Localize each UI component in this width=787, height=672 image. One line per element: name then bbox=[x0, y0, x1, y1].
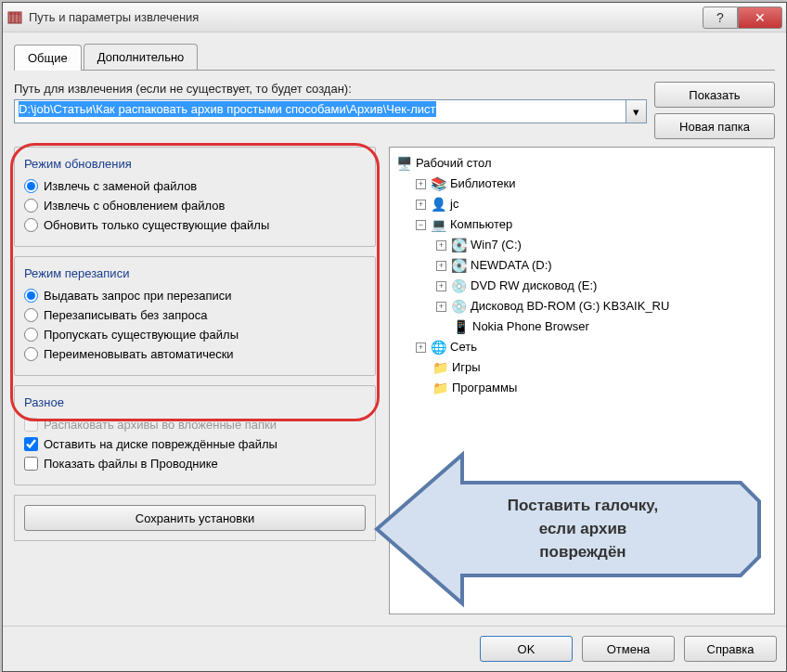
phone-icon: 📱 bbox=[452, 319, 469, 334]
tree-dvdrw[interactable]: +💿DVD RW дисковод (E:) bbox=[395, 276, 768, 296]
update-opt2[interactable]: Извлечь с обновлением файлов bbox=[24, 196, 366, 215]
misc-legend: Разное bbox=[24, 395, 366, 409]
overwrite-mode-legend: Режим перезаписи bbox=[24, 266, 366, 280]
expand-icon[interactable]: + bbox=[416, 179, 426, 189]
tree-bdrom[interactable]: +💿Дисковод BD-ROM (G:) KB3AIK_RU bbox=[395, 296, 768, 317]
folder-icon: 📁 bbox=[432, 360, 448, 375]
overwrite-mode-group: Режим перезаписи Выдавать запрос при пер… bbox=[14, 256, 376, 376]
tree-programs[interactable]: 📁Программы bbox=[395, 378, 768, 398]
content-area: Общие Дополнительно Путь для извлечения … bbox=[3, 32, 786, 626]
tree-newdata[interactable]: +💽NEWDATA (D:) bbox=[395, 255, 768, 276]
tree-network[interactable]: +🌐Сеть bbox=[395, 337, 768, 357]
tree-desktop[interactable]: 🖥️Рабочий стол bbox=[395, 153, 768, 174]
misc-opt2[interactable]: Оставить на диске повреждённые файлы bbox=[24, 434, 366, 454]
computer-icon: 💻 bbox=[430, 217, 446, 232]
save-settings-button[interactable]: Сохранить установки bbox=[24, 505, 366, 531]
update-opt3[interactable]: Обновить только существующие файлы bbox=[24, 215, 366, 235]
misc-group: Разное Распаковать архивы во вложенные п… bbox=[14, 385, 376, 485]
expand-icon[interactable]: + bbox=[416, 342, 426, 353]
drive-icon: 💽 bbox=[450, 258, 467, 273]
help-button[interactable]: Справка bbox=[684, 636, 777, 662]
tree-games[interactable]: 📁Игры bbox=[395, 357, 768, 378]
path-label: Путь для извлечения (если не существует,… bbox=[14, 82, 647, 96]
help-icon[interactable]: ? bbox=[703, 6, 738, 29]
close-icon[interactable]: ✕ bbox=[738, 6, 782, 29]
dialog-footer: OK Отмена Справка bbox=[3, 626, 786, 671]
expand-icon[interactable]: + bbox=[416, 200, 426, 210]
user-icon: 👤 bbox=[430, 197, 446, 212]
tab-general[interactable]: Общие bbox=[14, 45, 82, 71]
collapse-icon[interactable]: − bbox=[416, 220, 426, 230]
expand-icon[interactable]: + bbox=[436, 302, 446, 312]
cancel-button[interactable]: Отмена bbox=[582, 636, 675, 662]
left-column: Режим обновления Извлечь с заменой файло… bbox=[14, 147, 376, 614]
tree-nokia[interactable]: 📱Nokia Phone Browser bbox=[395, 317, 768, 337]
save-settings-wrap: Сохранить установки bbox=[14, 495, 376, 541]
disc-icon: 💿 bbox=[450, 278, 467, 293]
overwrite-opt1[interactable]: Выдавать запрос при перезаписи bbox=[24, 286, 366, 305]
dialog-window: Путь и параметры извлечения ? ✕ Общие До… bbox=[2, 2, 787, 672]
misc-opt3[interactable]: Показать файлы в Проводнике bbox=[24, 454, 366, 473]
overwrite-opt2[interactable]: Перезаписывать без запроса bbox=[24, 305, 366, 325]
network-icon: 🌐 bbox=[430, 340, 446, 355]
titlebar: Путь и параметры извлечения ? ✕ bbox=[3, 3, 786, 32]
app-icon bbox=[6, 9, 23, 26]
path-input[interactable]: D:\job\Статьи\Как распаковать архив прос… bbox=[14, 99, 626, 123]
tree-jc[interactable]: +👤jc bbox=[395, 194, 768, 214]
misc-opt1: Распаковать архивы во вложенные папки bbox=[24, 415, 366, 434]
folder-tree[interactable]: 🖥️Рабочий стол +📚Библиотеки +👤jc −💻Компь… bbox=[389, 147, 775, 614]
expand-icon[interactable]: + bbox=[436, 240, 446, 251]
tree-computer[interactable]: −💻Компьютер bbox=[395, 214, 768, 235]
folder-icon: 📁 bbox=[432, 381, 448, 395]
show-button[interactable]: Показать bbox=[654, 82, 775, 108]
overwrite-opt4[interactable]: Переименовывать автоматически bbox=[24, 344, 366, 364]
drive-icon: 💽 bbox=[450, 238, 467, 252]
desktop-icon: 🖥️ bbox=[395, 156, 412, 171]
tree-libraries[interactable]: +📚Библиотеки bbox=[395, 174, 768, 194]
path-dropdown-button[interactable]: ▾ bbox=[626, 99, 647, 123]
update-mode-group: Режим обновления Извлечь с заменой файло… bbox=[14, 147, 376, 247]
new-folder-button[interactable]: Новая папка bbox=[654, 113, 775, 139]
overwrite-opt3[interactable]: Пропускать существующие файлы bbox=[24, 325, 366, 344]
window-title: Путь и параметры извлечения bbox=[29, 10, 703, 24]
disc-icon: 💿 bbox=[450, 299, 467, 314]
library-icon: 📚 bbox=[430, 176, 446, 191]
tab-advanced[interactable]: Дополнительно bbox=[84, 44, 199, 70]
update-mode-legend: Режим обновления bbox=[24, 157, 366, 171]
tabs: Общие Дополнительно bbox=[14, 44, 775, 71]
expand-icon[interactable]: + bbox=[436, 261, 446, 271]
tree-win7[interactable]: +💽Win7 (C:) bbox=[395, 235, 768, 255]
expand-icon[interactable]: + bbox=[436, 281, 446, 291]
update-opt1[interactable]: Извлечь с заменой файлов bbox=[24, 176, 366, 196]
ok-button[interactable]: OK bbox=[480, 636, 573, 662]
